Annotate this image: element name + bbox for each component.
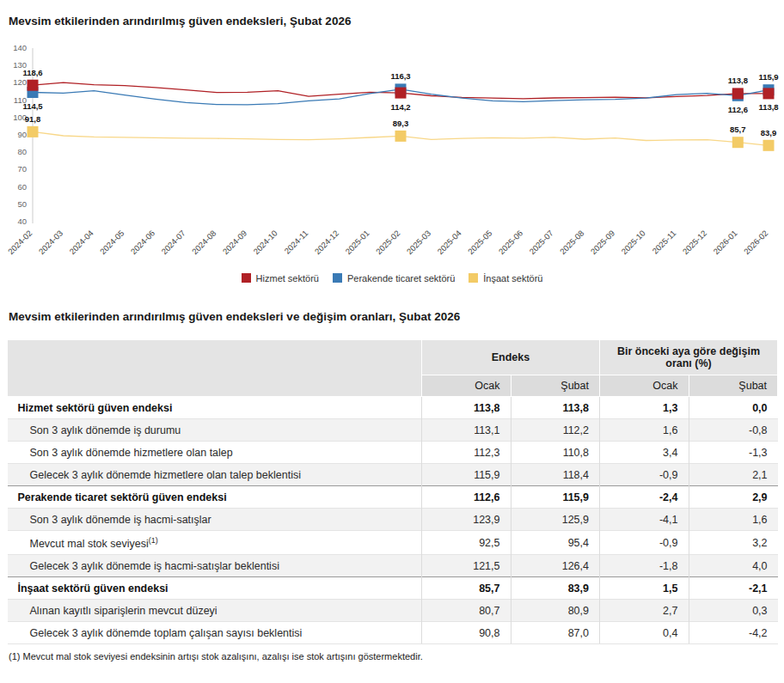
svg-text:2024-11: 2024-11 bbox=[282, 228, 309, 255]
value-cell: 80,7 bbox=[422, 600, 511, 622]
value-cell: 118,4 bbox=[511, 464, 600, 486]
svg-text:2025-03: 2025-03 bbox=[405, 228, 432, 255]
svg-text:2025-04: 2025-04 bbox=[435, 228, 462, 255]
row-label: Son 3 aylık dönemde iş durumu bbox=[8, 419, 422, 442]
row-label: İnşaat sektörü güven endeksi bbox=[8, 577, 422, 600]
value-cell: 1,6 bbox=[689, 509, 778, 531]
value-cell: -2,1 bbox=[689, 577, 778, 600]
svg-text:2025-07: 2025-07 bbox=[527, 228, 554, 255]
table-row: Son 3 aylık dönemde iş hacmi-satışlar 12… bbox=[8, 509, 778, 531]
table-row: Gelecek 3 aylık dönemde toplam çalışan s… bbox=[8, 622, 778, 644]
svg-text:2024-07: 2024-07 bbox=[159, 228, 187, 255]
svg-text:90: 90 bbox=[17, 130, 27, 139]
row-label: Hizmet sektörü güven endeksi bbox=[8, 397, 422, 419]
value-cell: 126,4 bbox=[511, 555, 600, 577]
value-cell: 2,9 bbox=[689, 486, 778, 509]
value-cell: 0,4 bbox=[600, 622, 689, 644]
table-row: Alınan kayıtlı siparişlerin mevcut düzey… bbox=[8, 600, 778, 622]
svg-text:116,3: 116,3 bbox=[390, 71, 410, 81]
value-cell: 113,1 bbox=[422, 419, 511, 442]
value-cell: 2,1 bbox=[689, 464, 778, 486]
insaat-swatch-icon bbox=[469, 273, 478, 283]
value-cell: -2,4 bbox=[600, 486, 689, 509]
row-label: Son 3 aylık dönemde iş hacmi-satışlar bbox=[8, 509, 422, 531]
svg-text:2025-01: 2025-01 bbox=[343, 228, 371, 255]
value-cell: 1,5 bbox=[600, 577, 689, 600]
table-row: Son 3 aylık dönemde hizmetlere olan tale… bbox=[8, 442, 778, 464]
svg-text:114,5: 114,5 bbox=[22, 101, 43, 111]
value-cell: -1,3 bbox=[689, 442, 778, 464]
svg-text:40: 40 bbox=[17, 216, 27, 226]
value-cell: -0,9 bbox=[600, 531, 689, 555]
legend-label: Perakende ticaret sektörü bbox=[347, 273, 455, 284]
svg-text:2025-09: 2025-09 bbox=[589, 228, 616, 255]
table-row: Son 3 aylık dönemde iş durumu 113,1 112,… bbox=[8, 419, 778, 442]
svg-text:2025-10: 2025-10 bbox=[619, 228, 646, 255]
svg-text:2026-02: 2026-02 bbox=[742, 228, 769, 255]
header-row-groups: Endeks Bir önceki aya göre değişim oranı… bbox=[8, 340, 778, 375]
value-cell: 95,4 bbox=[511, 531, 600, 555]
value-cell: 115,9 bbox=[422, 464, 511, 486]
svg-text:2025-12: 2025-12 bbox=[681, 228, 708, 255]
subheader-ocak: Ocak bbox=[600, 375, 689, 397]
hizmet-swatch-icon bbox=[242, 273, 251, 283]
col-group-degisim: Bir önceki aya göre değişim oranı (%) bbox=[600, 340, 778, 375]
confidence-chart: 4050607080901001101201301402024-022024-0… bbox=[7, 41, 784, 266]
svg-text:2024-06: 2024-06 bbox=[129, 228, 156, 255]
svg-text:118,6: 118,6 bbox=[22, 67, 42, 76]
table-row: Gelecek 3 aylık dönemde iş hacmi-satışla… bbox=[8, 555, 778, 577]
svg-text:2024-09: 2024-09 bbox=[221, 228, 248, 255]
svg-text:113,8: 113,8 bbox=[758, 102, 778, 112]
corner-cell bbox=[8, 340, 422, 397]
svg-text:70: 70 bbox=[17, 164, 27, 174]
value-cell: 87,0 bbox=[511, 622, 600, 644]
value-cell: 4,0 bbox=[689, 555, 778, 577]
report-page: Mevsim etkilerinden arındırılmış güven e… bbox=[0, 0, 784, 670]
svg-text:2026-01: 2026-01 bbox=[711, 228, 738, 255]
legend-label: Hizmet sektörü bbox=[256, 273, 319, 284]
value-cell: -1,8 bbox=[600, 555, 689, 577]
svg-text:2025-08: 2025-08 bbox=[558, 228, 585, 255]
value-cell: -4,1 bbox=[600, 509, 689, 531]
legend-item-perakende: Perakende ticaret sektörü bbox=[333, 273, 455, 284]
value-cell: 110,8 bbox=[511, 442, 600, 464]
legend-item-hizmet: Hizmet sektörü bbox=[242, 273, 319, 284]
svg-text:2025-05: 2025-05 bbox=[466, 228, 493, 255]
value-cell: 3,4 bbox=[600, 442, 689, 464]
svg-text:2024-03: 2024-03 bbox=[37, 228, 64, 255]
svg-text:140: 140 bbox=[13, 43, 27, 52]
value-cell: -0,9 bbox=[600, 464, 689, 486]
table-row: İnşaat sektörü güven endeksi 85,7 83,9 1… bbox=[8, 577, 778, 600]
svg-text:2024-08: 2024-08 bbox=[190, 228, 217, 255]
svg-text:91,8: 91,8 bbox=[25, 113, 41, 123]
value-cell: 0,0 bbox=[689, 397, 778, 419]
svg-text:2024-05: 2024-05 bbox=[98, 228, 126, 255]
col-group-endeks: Endeks bbox=[422, 340, 600, 375]
svg-text:2025-11: 2025-11 bbox=[650, 228, 677, 255]
svg-text:2024-12: 2024-12 bbox=[313, 228, 340, 255]
svg-text:80: 80 bbox=[17, 147, 27, 156]
svg-text:115,9: 115,9 bbox=[758, 72, 778, 82]
value-cell: 0,3 bbox=[689, 600, 778, 622]
row-label: Alınan kayıtlı siparişlerin mevcut düzey… bbox=[8, 600, 422, 622]
value-cell: 113,8 bbox=[422, 397, 511, 419]
subheader-ocak: Ocak bbox=[422, 375, 511, 397]
value-cell: 1,3 bbox=[600, 397, 689, 419]
svg-text:114,2: 114,2 bbox=[390, 101, 410, 111]
row-label: Gelecek 3 aylık dönemde toplam çalışan s… bbox=[8, 622, 422, 644]
value-cell: 92,5 bbox=[422, 531, 511, 555]
table-footnote: (1) Mevcut mal stok seviyesi endeksinin … bbox=[9, 651, 777, 662]
value-cell: -4,2 bbox=[689, 622, 778, 644]
svg-text:2025-06: 2025-06 bbox=[497, 228, 524, 255]
svg-text:60: 60 bbox=[17, 181, 27, 191]
table-row: Mevcut mal stok seviyesi(1) 92,5 95,4 -0… bbox=[8, 531, 778, 555]
row-label: Son 3 aylık dönemde hizmetlere olan tale… bbox=[8, 442, 422, 464]
table-row: Hizmet sektörü güven endeksi 113,8 113,8… bbox=[8, 397, 778, 419]
value-cell: 85,7 bbox=[422, 577, 511, 600]
value-cell: 125,9 bbox=[511, 509, 600, 531]
value-cell: 123,9 bbox=[422, 509, 511, 531]
footnote-marker: (1) bbox=[149, 536, 158, 545]
value-cell: 3,2 bbox=[689, 531, 778, 555]
value-cell: 113,8 bbox=[511, 397, 600, 419]
row-label: Gelecek 3 aylık dönemde hizmetlere olan … bbox=[8, 464, 422, 486]
